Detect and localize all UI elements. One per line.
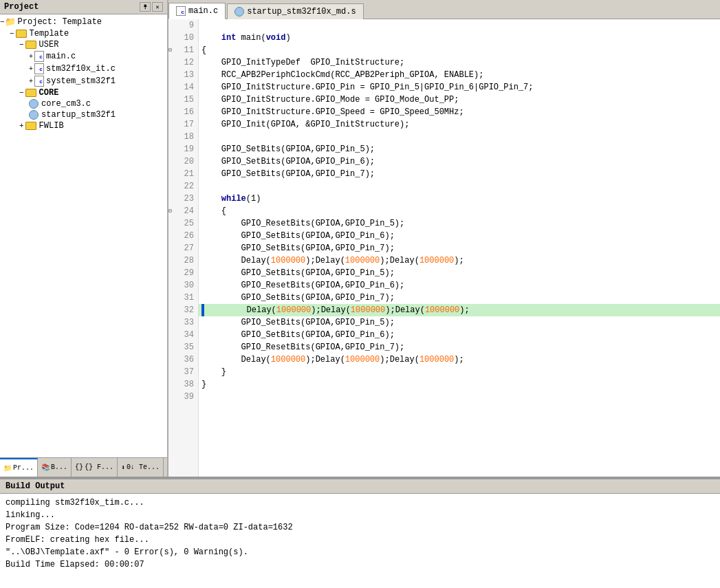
file-label: stm32f10x_it.c <box>46 64 116 74</box>
line-numbers: 910⊟11121314151617181920212223⊟242526272… <box>168 19 199 477</box>
code-line-33: GPIO_SetBits(GPIOA,GPIO_Pin_5); <box>199 316 720 329</box>
tree-item-startup_stm32f1[interactable]: startup_stm32f1 <box>0 109 167 120</box>
tree-folder-label: USER <box>39 40 59 50</box>
expand-icon: + <box>29 53 33 61</box>
tab-functions-label: {} F... <box>85 464 113 471</box>
collapse-icon: − <box>10 30 14 38</box>
code-line-29: GPIO_SetBits(GPIOA,GPIO_Pin_5); <box>199 267 720 279</box>
file-c-icon: c <box>34 51 44 62</box>
file-c-icon: c <box>34 76 44 87</box>
tree-item-template[interactable]: − Template <box>0 28 167 39</box>
tree-item-user[interactable]: − USER <box>0 39 167 50</box>
build-output-line: Build Time Elapsed: 00:00:07 <box>6 558 714 571</box>
fold-marker-icon[interactable]: ⊟ <box>168 44 172 56</box>
code-line-13: RCC_APB2PeriphClockCmd(RCC_APB2Periph_GP… <box>199 69 720 81</box>
collapse-icon: − <box>0 18 5 26</box>
code-line-36: Delay(1000000);Delay(1000000);Delay(1000… <box>199 353 720 366</box>
tab-startup-label: startup_stm32f10x_md.s <box>247 7 356 17</box>
line-num-24: ⊟24 <box>168 205 198 217</box>
startup-file-icon <box>234 7 244 17</box>
line-num-29: 29 <box>168 267 198 279</box>
tab-startup[interactable]: startup_stm32f10x_md.s <box>227 3 363 19</box>
line-num-34: 34 <box>168 329 198 341</box>
tab-templates[interactable]: ⬇ 0↓ Te... <box>118 458 164 477</box>
line-num-20: 20 <box>168 155 198 168</box>
line-num-39: 39 <box>168 391 198 403</box>
line-num-23: 23 <box>168 193 198 205</box>
code-line-25: GPIO_ResetBits(GPIOA,GPIO_Pin_5); <box>199 217 720 230</box>
tree-item-system_stm32f1[interactable]: + csystem_stm32f1 <box>0 75 167 87</box>
line-num-37: 37 <box>168 366 198 378</box>
line-num-31: 31 <box>168 292 198 304</box>
line-num-38: 38 <box>168 378 198 391</box>
tree-folder-label: FWLIB <box>39 121 64 131</box>
pin-icon[interactable]: 🖈 <box>140 2 151 12</box>
code-line-28: Delay(1000000);Delay(1000000);Delay(1000… <box>199 254 720 267</box>
close-panel-icon[interactable]: ✕ <box>152 2 163 12</box>
code-line-26: GPIO_SetBits(GPIOA,GPIO_Pin_6); <box>199 230 720 242</box>
code-line-22 <box>199 180 720 193</box>
code-editor[interactable]: 910⊟11121314151617181920212223⊟242526272… <box>168 19 720 477</box>
code-line-39 <box>199 391 720 403</box>
tree-folder-label: CORE <box>39 88 59 98</box>
code-line-38: } <box>199 378 720 391</box>
folder-icon <box>16 30 27 38</box>
expand-icon: + <box>29 65 33 73</box>
expand-icon: + <box>29 78 33 85</box>
line-num-18: 18 <box>168 131 198 143</box>
collapse-icon: + <box>19 122 24 130</box>
code-line-23: while(1) <box>199 193 720 205</box>
line-num-15: 15 <box>168 94 198 106</box>
tree-item-core[interactable]: − CORE <box>0 87 167 98</box>
code-line-11: { <box>199 44 720 56</box>
line-num-25: 25 <box>168 217 198 230</box>
code-line-14: GPIO_InitStructure.GPIO_Pin = GPIO_Pin_5… <box>199 81 720 94</box>
project-header-title: Project <box>4 2 39 12</box>
tree-item-core_cm3[interactable]: core_cm3.c <box>0 98 167 109</box>
gear-file-icon <box>29 110 39 120</box>
code-line-32: Delay(1000000);Delay(1000000);Delay(1000… <box>199 304 720 316</box>
tree-item-fwlib[interactable]: + FWLIB <box>0 120 167 131</box>
code-line-21: GPIO_SetBits(GPIOA,GPIO_Pin_7); <box>199 168 720 180</box>
file-label: main.c <box>46 52 76 61</box>
project-panel-header: Project 🖈 ✕ <box>0 0 167 14</box>
line-num-12: 12 <box>168 56 198 69</box>
code-line-16: GPIO_InitStructure.GPIO_Speed = GPIO_Spe… <box>199 106 720 118</box>
build-output-line: Program Size: Code=1204 RO-data=252 RW-d… <box>6 521 714 534</box>
gear-file-icon <box>29 99 39 109</box>
code-line-37: } <box>199 366 720 378</box>
code-line-27: GPIO_SetBits(GPIOA,GPIO_Pin_7); <box>199 242 720 254</box>
line-num-10: 10 <box>168 32 198 44</box>
tree-label: Project: Template <box>18 17 102 27</box>
build-output-line: linking... <box>6 509 714 521</box>
tree-folder-label: Template <box>30 29 69 39</box>
line-num-13: 13 <box>168 69 198 81</box>
folder-icon <box>25 89 36 97</box>
tree-item-stm32f10x_it[interactable]: + cstm32f10x_it.c <box>0 63 167 75</box>
code-line-18 <box>199 131 720 143</box>
line-num-35: 35 <box>168 341 198 353</box>
code-line-17: GPIO_Init(GPIOA, &GPIO_InitStructure); <box>199 118 720 131</box>
code-line-9 <box>199 19 720 32</box>
code-line-10: int main(void) <box>199 32 720 44</box>
line-num-28: 28 <box>168 254 198 267</box>
tab-main-c-label: main.c <box>188 6 218 16</box>
build-output-line: FromELF: creating hex file... <box>6 534 714 546</box>
line-num-9: 9 <box>168 19 198 32</box>
file-gear-label: core_cm3.c <box>41 99 91 109</box>
collapse-icon: − <box>19 89 24 97</box>
code-content[interactable]: int main(void){ GPIO_InitTypeDef GPIO_In… <box>199 19 720 477</box>
code-line-15: GPIO_InitStructure.GPIO_Mode = GPIO_Mode… <box>199 94 720 106</box>
tab-books[interactable]: 📚 B... <box>38 458 72 477</box>
line-num-19: 19 <box>168 143 198 155</box>
fold-marker-icon[interactable]: ⊟ <box>168 205 172 217</box>
tree-item-root[interactable]: − 📁Project: Template <box>0 16 167 28</box>
main-c-file-icon <box>176 6 186 16</box>
tab-main-c[interactable]: main.c <box>168 3 226 19</box>
breakpoint-marker <box>201 304 204 316</box>
project-tab-icon: 📁 <box>3 464 12 472</box>
folder-icon <box>25 122 36 130</box>
tab-project[interactable]: 📁 Pr... <box>0 458 38 477</box>
tab-functions[interactable]: {} {} F... <box>72 458 118 477</box>
tree-item-main_c[interactable]: + cmain.c <box>0 50 167 63</box>
